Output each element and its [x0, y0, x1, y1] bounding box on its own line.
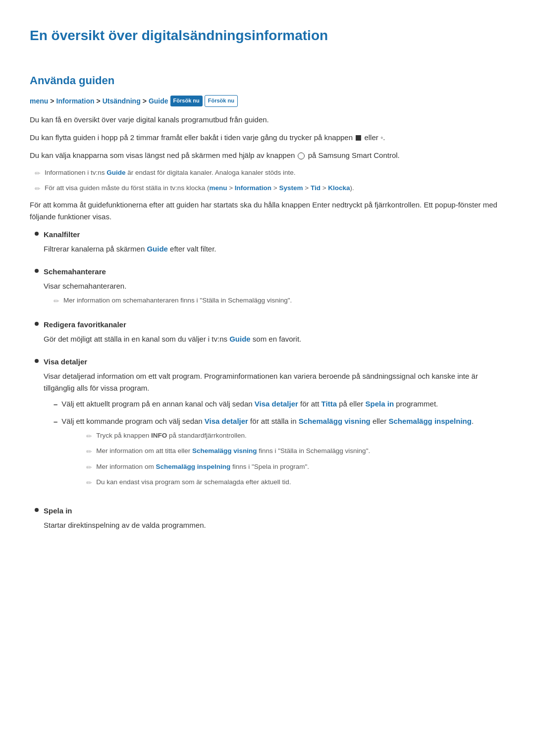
schemalag-visning-link: Schemalägg visning — [299, 417, 371, 425]
dash-2-text: Välj ett kommande program och välj sedan… — [61, 417, 474, 425]
para-3: Du kan välja knapparna som visas längst … — [30, 150, 505, 161]
bullet-content-1: Kanalfilter Filtrerar kanalerna på skärm… — [44, 229, 505, 258]
bullet-item-kanalfilter: Kanalfilter Filtrerar kanalerna på skärm… — [35, 229, 505, 258]
pencil-icon-1: ✏ — [35, 168, 41, 179]
badge-forsok-nu-2[interactable]: Försök nu — [205, 95, 238, 107]
badge-forsok-nu-1[interactable]: Försök nu — [170, 96, 203, 106]
bullet-content-5: Spela in Startar direktinspelning av de … — [44, 505, 505, 534]
para-2-mid: eller ◦. — [364, 133, 385, 142]
breadcrumb-menu[interactable]: menu — [30, 96, 48, 106]
section-title: Använda guiden — [30, 72, 505, 89]
para-3-pre: Du kan välja knapparna som visas längst … — [30, 151, 295, 159]
breadcrumb-sep-2: > — [97, 96, 101, 106]
bullet-content-4: Visa detaljer Visar detaljerad informati… — [44, 356, 505, 498]
sub-note-schemahanterare-text: Mer information om schemahanteraren finn… — [63, 295, 292, 306]
intro-para: För att komma åt guidefunktionerna efter… — [30, 199, 505, 223]
schemalag-visning-bold: Schemalägg visning — [192, 447, 257, 454]
bullet-label-redigera: Redigera favoritkanaler — [44, 319, 505, 331]
bullet-desc-kanalfilter: Filtrerar kanalerna på skärmen Guide eft… — [44, 243, 505, 255]
page-title: En översikt över digitalsändningsinforma… — [30, 25, 505, 52]
bullet-content-3: Redigera favoritkanaler Gör det möjligt … — [44, 319, 505, 348]
bullet-dot-1 — [35, 232, 39, 236]
dash-sym-1: – — [54, 399, 57, 410]
guide-link-kanalfilter: Guide — [147, 245, 168, 253]
circle-icon — [298, 152, 305, 159]
visa-detaljer-link-1: Visa detaljer — [255, 400, 298, 408]
bullet-desc-redigera: Gör det möjligt att ställa in en kanal s… — [44, 333, 505, 345]
bullet-desc-schemahanterare: Visar schemahanteraren. — [44, 280, 505, 292]
note-1-link: Guide — [107, 169, 125, 176]
sub-note-inspelning: ✏ Mer information om Schemalägg inspelni… — [86, 461, 474, 473]
sub-note-schemalagda: ✏ Du kan endast visa program som är sche… — [86, 477, 474, 488]
sub-note-info-text: Tryck på knappen INFO på standardfjärrko… — [96, 430, 246, 441]
bullet-dot-2 — [35, 269, 39, 273]
bullet-item-schemahanterare: Schemahanterare Visar schemahanteraren. … — [35, 266, 505, 310]
bullet-desc-visa-detaljer: Visar detaljerad information om ett valt… — [44, 370, 505, 394]
breadcrumb-utsandning[interactable]: Utsändning — [103, 96, 141, 106]
breadcrumb-guide[interactable]: Guide — [149, 96, 168, 106]
para-1: Du kan få en översikt över varje digital… — [30, 114, 505, 126]
schemalag-inspelning-link-1: Schemalägg inspelning — [388, 417, 472, 425]
para-2: Du kan flytta guiden i hopp på 2 timmar … — [30, 132, 505, 144]
note-2-text: För att visa guiden måste du först ställ… — [45, 183, 354, 194]
pencil-icon-4: ✏ — [86, 431, 92, 442]
dash-item-2: – Välj ett kommande program och välj sed… — [54, 415, 505, 493]
dash-item-1: – Välj ett aktuellt program på en annan … — [54, 398, 505, 410]
visa-detaljer-link-2: Visa detaljer — [205, 417, 248, 425]
sub-note-schemalagda-text: Du kan endast visa program som är schema… — [96, 477, 291, 488]
schemalag-inspelning-bold: Schemalägg inspelning — [156, 463, 230, 470]
sub-note-info: ✏ Tryck på knappen INFO på standardfjärr… — [86, 430, 474, 442]
sub-note-visning-text: Mer information om att titta eller Schem… — [96, 446, 370, 456]
schemalag-inspelning-link-2: Schemalägg inspelning — [156, 463, 230, 470]
breadcrumb-information[interactable]: Information — [56, 96, 95, 106]
bullet-desc-spela-in: Startar direktinspelning av de valda pro… — [44, 519, 505, 531]
breadcrumb: menu > Information > Utsändning > Guide … — [30, 95, 505, 107]
pencil-icon-7: ✏ — [86, 477, 92, 488]
para-3-post: på Samsung Smart Control. — [308, 151, 400, 159]
bullet-item-visa-detaljer: Visa detaljer Visar detaljerad informati… — [35, 356, 505, 498]
bullet-item-spela-in: Spela in Startar direktinspelning av de … — [35, 505, 505, 534]
pencil-icon-3: ✏ — [54, 296, 59, 306]
breadcrumb-sep-3: > — [143, 96, 147, 106]
bullet-list: Kanalfilter Filtrerar kanalerna på skärm… — [35, 229, 505, 534]
dash-2-content: Välj ett kommande program och välj sedan… — [61, 415, 474, 493]
pencil-icon-2: ✏ — [35, 183, 41, 194]
dash-1-text: Välj ett aktuellt program på en annan ka… — [61, 398, 438, 410]
dash-list: – Välj ett aktuellt program på en annan … — [54, 398, 505, 493]
bullet-content-2: Schemahanterare Visar schemahanteraren. … — [44, 266, 505, 310]
bullet-item-redigera: Redigera favoritkanaler Gör det möjligt … — [35, 319, 505, 348]
spela-in-link-1: Spela in — [366, 400, 394, 408]
sub-note-inspelning-text: Mer information om Schemalägg inspelning… — [96, 461, 309, 472]
sub-notes-block: ✏ Tryck på knappen INFO på standardfjärr… — [76, 430, 474, 489]
note-2: ✏ För att visa guiden måste du först stä… — [35, 183, 505, 194]
dash-sym-2: – — [54, 416, 57, 428]
para-2-pre: Du kan flytta guiden i hopp på 2 timmar … — [30, 133, 353, 142]
info-bold: INFO — [151, 432, 167, 439]
schemalag-visning-link-2: Schemalägg visning — [192, 447, 257, 454]
bullet-label-kanalfilter: Kanalfilter — [44, 229, 505, 241]
note-1-text: Informationen i tv:ns Guide är endast fö… — [45, 167, 296, 178]
guide-link-redigera: Guide — [229, 335, 251, 343]
titta-link: Titta — [321, 400, 337, 408]
bullet-dot-4 — [35, 359, 39, 363]
breadcrumb-sep-1: > — [50, 96, 54, 106]
bullet-dot-5 — [35, 508, 39, 512]
bullet-dot-3 — [35, 322, 39, 326]
sub-note-visning: ✏ Mer information om att titta eller Sch… — [86, 446, 474, 457]
pencil-icon-5: ✏ — [86, 446, 92, 457]
bullet-label-schemahanterare: Schemahanterare — [44, 266, 505, 278]
bullet-label-visa-detaljer: Visa detaljer — [44, 356, 505, 368]
note-1: ✏ Informationen i tv:ns Guide är endast … — [35, 167, 505, 179]
bullet-label-spela-in: Spela in — [44, 505, 505, 517]
pencil-icon-6: ✏ — [86, 462, 92, 473]
sub-note-schemahanterare: ✏ Mer information om schemahanteraren fi… — [54, 295, 505, 306]
square-icon — [356, 135, 361, 141]
